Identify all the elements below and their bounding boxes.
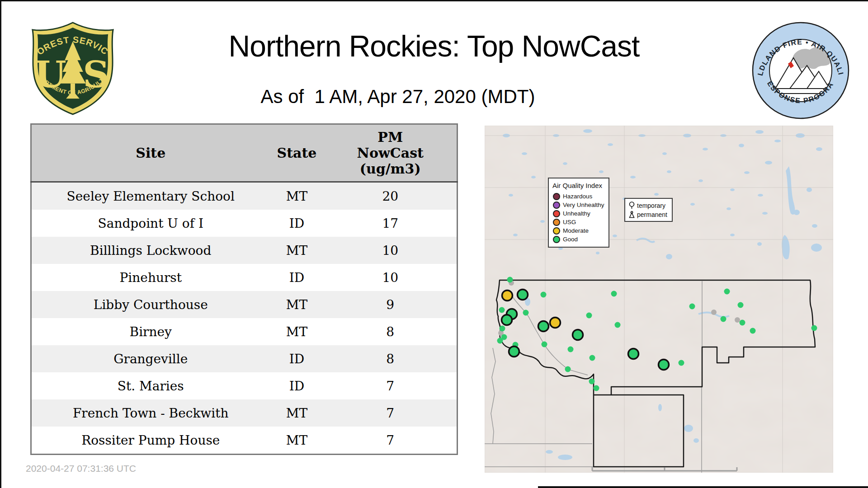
monitor-dot-inactive — [711, 310, 717, 315]
monitor-dot-permanent-good — [679, 360, 684, 366]
aqi-swatch-icon — [553, 202, 560, 209]
monitor-dot-permanent-good — [586, 313, 592, 319]
table-row: Rossiter Pump HouseMT7 — [31, 427, 458, 455]
aqi-label: Hazardous — [563, 193, 592, 200]
table-row: Libby CourthouseMT9 — [31, 291, 458, 318]
monitor-dot-permanent-good — [594, 385, 599, 391]
monitor-dot-permanent-good — [541, 292, 547, 298]
permanent-monitor-icon — [629, 211, 635, 218]
table-row: Billlings LockwoodMT10 — [31, 237, 458, 264]
state-cell: MT — [270, 182, 324, 210]
aqi-legend-title: Air Quality Index — [552, 182, 609, 189]
value-cell: 8 — [324, 318, 458, 345]
monitor-dot-permanent-good — [499, 307, 505, 313]
site-cell: French Town - Beckwith — [31, 399, 270, 427]
aqi-swatch-icon — [553, 227, 560, 235]
monitor-map — [485, 126, 833, 473]
monitor-dot-permanent-good — [565, 366, 571, 372]
site-cell: Libby Courthouse — [31, 291, 270, 318]
value-cell: 9 — [324, 291, 458, 318]
monitor-dot-permanent-good — [750, 328, 756, 334]
monitor-dot-temporary-good — [509, 347, 519, 357]
state-cell: MT — [270, 318, 324, 345]
value-cell: 10 — [324, 237, 458, 264]
table-row: St. MariesID7 — [31, 372, 458, 399]
monitor-dot-permanent-good — [615, 322, 621, 328]
permanent-label: permanent — [637, 211, 667, 218]
monitor-dot-temporary-moderate — [502, 291, 513, 301]
aqi-legend-item: USG — [553, 218, 609, 226]
monitor-dot-permanent-good — [740, 320, 745, 326]
legend-row-permanent: permanent — [629, 210, 672, 219]
table-row: French Town - BeckwithMT7 — [31, 399, 458, 427]
aqi-label: USG — [563, 219, 576, 225]
aqi-legend-item: Moderate — [553, 226, 609, 235]
window-edge-bottom — [538, 486, 868, 488]
col-header-state: State — [270, 124, 324, 182]
monitor-dot-temporary-good — [659, 360, 669, 370]
state-cell: ID — [270, 264, 324, 291]
aqi-legend-item: Good — [553, 235, 609, 244]
monitor-dot-permanent-good — [568, 347, 574, 352]
monitor-dot-permanent-good — [507, 277, 513, 283]
state-cell: MT — [270, 427, 324, 455]
aqi-legend-item: Hazardous — [553, 192, 609, 201]
state-cell: MT — [270, 399, 324, 427]
value-cell: 17 — [324, 210, 458, 237]
nowcast-table: Site State PM NowCast (ug/m3) Seeley Ele… — [30, 123, 458, 455]
table-row: GrangevilleID8 — [31, 345, 458, 372]
state-cell: ID — [270, 372, 324, 399]
site-cell: Birney — [31, 318, 270, 345]
site-cell: Billlings Lockwood — [31, 237, 270, 264]
site-cell: Grangeville — [31, 345, 270, 372]
aqi-swatch-icon — [553, 193, 560, 200]
monitor-dot-permanent-good — [811, 325, 817, 331]
monitor-dot-temporary-moderate — [550, 318, 561, 328]
monitor-dot-permanent-good — [500, 326, 505, 332]
monitor-dot-permanent-good — [738, 302, 744, 308]
aqi-swatch-icon — [553, 219, 560, 226]
monitor-dot-permanent-good — [542, 342, 547, 347]
aqi-label: Moderate — [563, 227, 589, 234]
generated-timestamp: 2020-04-27 07:31:36 UTC — [26, 463, 136, 474]
monitor-dot-permanent-good — [611, 291, 617, 297]
marker-type-legend: temporary permanent — [624, 198, 673, 222]
value-cell: 7 — [324, 427, 458, 455]
table-row: PinehurstID10 — [31, 264, 458, 291]
window-edge-corner — [0, 0, 1, 11]
monitor-dot-temporary-good — [502, 315, 512, 325]
col-header-site: Site — [31, 124, 270, 182]
value-cell: 10 — [324, 264, 458, 291]
monitor-dot-permanent-good — [724, 289, 730, 295]
aqi-swatch-icon — [553, 210, 560, 217]
window-edge-left — [0, 11, 1, 488]
monitor-dot-inactive — [735, 317, 740, 323]
state-cell: MT — [270, 237, 324, 264]
page-subtitle: As of 1 AM, Apr 27, 2020 (MDT) — [0, 86, 796, 108]
monitor-dot-permanent-good — [721, 316, 726, 322]
table-row: BirneyMT8 — [31, 318, 458, 345]
aqi-label: Very Unhealthy — [563, 202, 604, 208]
monitor-dot-temporary-good — [538, 321, 549, 332]
site-cell: Sandpoint U of I — [31, 210, 270, 237]
aqi-label: Good — [563, 236, 578, 243]
site-cell: Seeley Elementary School — [31, 182, 270, 210]
table-row: Sandpoint U of IID17 — [31, 210, 458, 237]
legend-row-temporary: temporary — [629, 201, 672, 210]
page-title: Northern Rockies: Top NowCast — [2, 29, 866, 63]
value-cell: 7 — [324, 399, 458, 427]
state-cell: ID — [270, 210, 324, 237]
value-cell: 20 — [324, 182, 458, 210]
monitor-dot-permanent-good — [497, 338, 503, 344]
temporary-monitor-icon — [629, 202, 635, 210]
monitor-dot-temporary-good — [628, 349, 639, 359]
monitor-dot-permanent-good — [589, 379, 595, 385]
terrain-texture — [485, 126, 833, 473]
aqi-label: Unhealthy — [563, 210, 590, 217]
monitor-dot-permanent-good — [590, 355, 595, 361]
wfaqrp-logo: WILDLAND FIRE • AIR QUALITY RESPONSE PRO… — [750, 20, 851, 121]
site-cell: St. Maries — [31, 372, 270, 399]
value-cell: 8 — [324, 345, 458, 372]
window-edge-top — [0, 0, 868, 1]
monitor-dot-temporary-good — [573, 330, 583, 340]
